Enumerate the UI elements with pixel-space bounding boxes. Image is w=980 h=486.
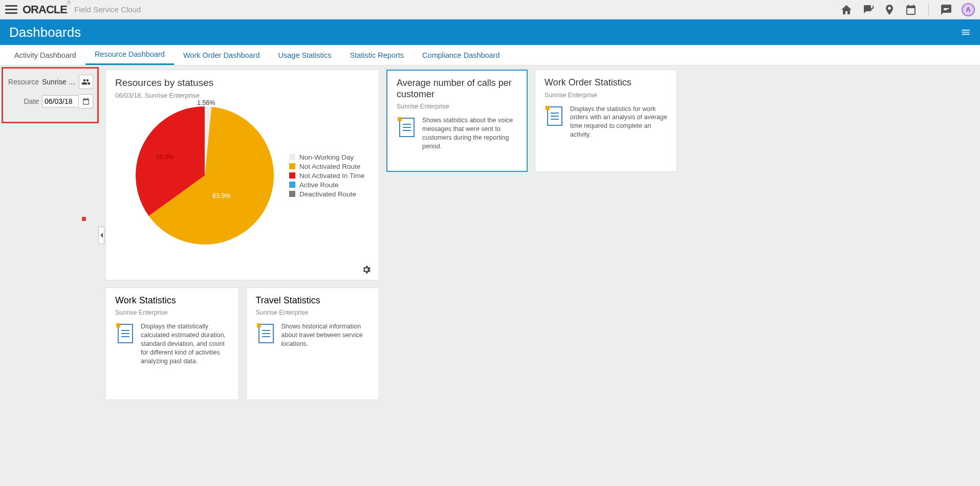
travel-stats-sub: Sunrise Enterprise xyxy=(256,309,370,316)
highlight-marker xyxy=(82,217,86,221)
work-order-sub: Sunrise Enterprise xyxy=(545,92,667,99)
chat-icon[interactable] xyxy=(862,4,874,16)
page-banner: Dashboards xyxy=(0,19,980,45)
travel-stats-title: Travel Statistics xyxy=(256,295,370,306)
sidebar-collapse-handle[interactable] xyxy=(98,227,104,244)
legend-notactivated: Not Activated Route xyxy=(289,163,365,170)
resources-card-subtitle: 06/03/18, Sunrise Enterprise xyxy=(115,92,369,99)
svg-rect-14 xyxy=(116,323,120,327)
work-stats-title: Work Statistics xyxy=(115,295,229,306)
calendar-icon[interactable] xyxy=(905,4,917,16)
top-toolbar: ORACLE® Field Service Cloud A xyxy=(0,0,980,19)
avg-calls-desc: Shows statistics about the voice message… xyxy=(422,116,517,151)
pie-chart: 1.56% 63.5% 35.0% xyxy=(136,106,274,245)
avg-calls-card[interactable]: Average number of calls per customer Sun… xyxy=(386,70,528,172)
pie-label-notintime: 35.0% xyxy=(156,153,173,161)
travel-stats-desc: Shows historical information about trave… xyxy=(281,322,370,348)
pie-label-nonworking: 1.56% xyxy=(197,99,215,106)
svg-rect-19 xyxy=(257,323,261,327)
work-order-desc: Displays the statistics for work orders … xyxy=(570,105,667,140)
tab-resource-dashboard[interactable]: Resource Dashboard xyxy=(85,45,174,65)
work-statistics-card[interactable]: Work Statistics Sunrise Enterprise Displ… xyxy=(105,288,239,400)
resource-filter-row: Resource Sunrise E... xyxy=(7,75,93,89)
date-label: Date xyxy=(7,97,42,105)
document-icon xyxy=(397,116,417,139)
product-name: Field Service Cloud xyxy=(74,5,141,14)
pie-container: 1.56% 63.5% 35.0% Non-Working Day Not Ac… xyxy=(115,106,369,245)
avg-calls-sub: Sunrise Enterprise xyxy=(397,103,517,110)
oracle-logo: ORACLE® xyxy=(23,3,70,16)
people-icon xyxy=(81,77,91,86)
top-icons: A xyxy=(840,3,975,16)
date-filter-row: Date xyxy=(7,94,93,108)
avatar[interactable]: A xyxy=(962,3,975,16)
tab-activity-dashboard[interactable]: Activity Dashboard xyxy=(5,45,85,65)
work-order-title: Work Order Statistics xyxy=(545,77,667,89)
tab-usage-statistics[interactable]: Usage Statistics xyxy=(269,45,341,65)
travel-statistics-card[interactable]: Travel Statistics Sunrise Enterprise Sho… xyxy=(246,288,380,400)
avg-calls-body: Shows statistics about the voice message… xyxy=(397,116,517,151)
work-stats-body: Displays the statistically calculated es… xyxy=(115,322,229,365)
legend-nonworking: Non-Working Day xyxy=(289,153,365,161)
work-stats-desc: Displays the statistically calculated es… xyxy=(141,322,229,365)
gear-icon[interactable] xyxy=(361,264,372,275)
stats-row: Work Statistics Sunrise Enterprise Displ… xyxy=(105,288,379,400)
legend-active: Active Route xyxy=(289,181,365,189)
work-order-body: Displays the statistics for work orders … xyxy=(545,105,667,140)
calendar-small-icon xyxy=(82,97,90,105)
pie-label-notactivated: 63.5% xyxy=(212,192,230,200)
resource-label: Resource xyxy=(7,78,42,86)
menu-icon[interactable] xyxy=(5,4,17,16)
separator xyxy=(928,4,929,15)
message-icon[interactable] xyxy=(940,4,952,16)
page-title: Dashboards xyxy=(9,25,81,40)
legend-deactivated: Deactivated Route xyxy=(289,190,365,198)
svg-point-2 xyxy=(170,141,239,210)
avg-calls-title: Average number of calls per customer xyxy=(397,78,517,100)
resource-picker-button[interactable] xyxy=(79,75,93,89)
home-icon[interactable] xyxy=(840,4,853,16)
legend-notintime: Not Activated In Time xyxy=(289,172,365,180)
svg-rect-9 xyxy=(546,106,550,110)
svg-rect-4 xyxy=(398,117,402,121)
banner-menu-icon[interactable] xyxy=(961,27,971,37)
document-icon xyxy=(256,322,276,345)
resources-by-statuses-card: Resources by statuses 06/03/18, Sunrise … xyxy=(105,70,379,280)
tab-work-order-dashboard[interactable]: Work Order Dashboard xyxy=(174,45,269,65)
resource-value: Sunrise E... xyxy=(42,78,79,86)
travel-stats-body: Shows historical information about trave… xyxy=(256,322,370,348)
location-icon[interactable] xyxy=(883,4,896,16)
pie-legend: Non-Working Day Not Activated Route Not … xyxy=(289,152,365,200)
resources-card-title: Resources by statuses xyxy=(115,77,369,89)
tab-compliance-dashboard[interactable]: Compliance Dashboard xyxy=(413,45,509,65)
document-icon xyxy=(115,322,136,345)
work-order-stats-card[interactable]: Work Order Statistics Sunrise Enterprise… xyxy=(535,70,677,172)
content-grid: Resources by statuses 06/03/18, Sunrise … xyxy=(100,65,980,486)
date-picker-button[interactable] xyxy=(79,94,93,108)
workspace: Resource Sunrise E... Date Resources by … xyxy=(0,65,980,486)
work-stats-sub: Sunrise Enterprise xyxy=(115,309,229,316)
date-input[interactable] xyxy=(42,95,79,107)
tab-statistic-reports[interactable]: Statistic Reports xyxy=(341,45,413,65)
avatar-letter: A xyxy=(966,6,970,13)
tab-bar: Activity Dashboard Resource Dashboard Wo… xyxy=(0,45,980,65)
filter-panel: Resource Sunrise E... Date xyxy=(2,67,99,123)
document-icon xyxy=(545,105,565,127)
